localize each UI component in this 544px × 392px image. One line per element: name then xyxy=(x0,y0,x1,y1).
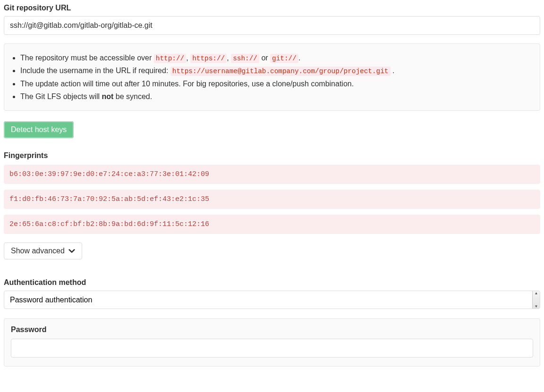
help-item-lfs: The Git LFS objects will not be synced. xyxy=(20,90,531,103)
code-http: http:// xyxy=(154,54,186,63)
code-https: https:// xyxy=(190,54,227,63)
chevron-down-icon xyxy=(68,248,75,254)
repo-url-label: Git repository URL xyxy=(4,4,540,12)
fingerprint-item: 2e:65:6a:c8:cf:bf:b2:8b:9a:bd:6d:9f:11:5… xyxy=(4,215,540,234)
password-label: Password xyxy=(11,325,533,334)
fingerprint-item: b6:03:0e:39:97:9e:d0:e7:24:ce:a3:77:3e:0… xyxy=(4,165,540,184)
auth-method-label: Authentication method xyxy=(4,278,540,287)
password-input[interactable] xyxy=(11,339,533,358)
detect-host-keys-button[interactable]: Detect host keys xyxy=(4,121,74,138)
show-advanced-button[interactable]: Show advanced xyxy=(4,242,82,259)
repo-help-well: The repository must be accessible over h… xyxy=(4,43,540,111)
auth-method-select[interactable]: Password authentication xyxy=(4,291,540,309)
repo-url-input[interactable] xyxy=(4,16,540,35)
code-example-url: https://username@gitlab.company.com/grou… xyxy=(170,67,391,76)
password-panel: Password xyxy=(4,318,540,367)
fingerprints-label: Fingerprints xyxy=(4,151,540,160)
code-ssh: ssh:// xyxy=(231,54,259,63)
code-git: git:// xyxy=(270,54,298,63)
show-advanced-label: Show advanced xyxy=(11,247,65,255)
fingerprint-item: f1:d0:fb:46:73:7a:70:92:5a:ab:5d:ef:43:e… xyxy=(4,190,540,209)
help-item-protocols: The repository must be accessible over h… xyxy=(20,51,531,64)
help-item-username: Include the username in the URL if requi… xyxy=(20,64,531,77)
help-item-timeout: The update action will time out after 10… xyxy=(20,77,531,90)
